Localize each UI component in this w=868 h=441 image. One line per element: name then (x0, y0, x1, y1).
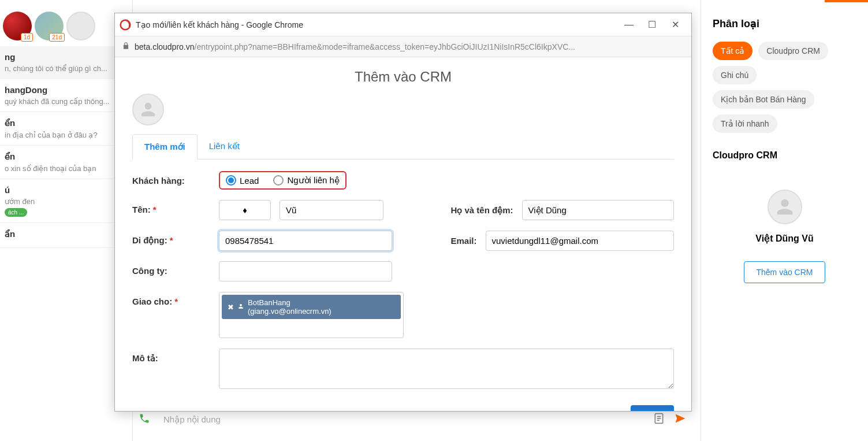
contact-name: Việt Dũng Vũ (713, 233, 856, 244)
send-icon[interactable] (673, 413, 687, 427)
chat-preview: n, chúng tôi có thể giúp gì ch... (5, 64, 128, 73)
chat-preview: in địa chỉ của bạn ở đâu ạ? (5, 131, 128, 139)
filter-chips: Tất cả Cloudpro CRM Ghi chú Kịch bản Bot… (713, 42, 856, 133)
chip-notes[interactable]: Ghi chú (713, 66, 757, 84)
chat-item[interactable]: ẩn (0, 223, 132, 248)
app-icon (120, 19, 131, 31)
chat-item[interactable]: ú ướm đen ách ... (0, 179, 132, 223)
salutation-select[interactable]: ♦ (219, 200, 271, 220)
maximize-button[interactable]: ☐ (640, 16, 664, 34)
tab-link[interactable]: Liên kết (198, 134, 251, 159)
content-area: Thêm vào CRM Thêm mới Liên kết Khách hàn… (115, 57, 691, 411)
chat-input[interactable]: Nhập nội dung (159, 410, 645, 429)
document-icon[interactable] (653, 412, 665, 428)
add-to-crm-button[interactable]: Thêm vào CRM (744, 261, 825, 283)
close-button[interactable]: ✕ (664, 16, 687, 34)
chrome-popup-window: Tạo mới/liên kết khách hàng - Google Chr… (114, 13, 692, 412)
mobile-label: Di động: * (132, 231, 207, 246)
chat-preview: quý khách đã cung cấp thông... (5, 97, 128, 106)
sort-icon: ♦ (243, 205, 247, 215)
email-label: Email: (451, 236, 477, 246)
chat-list-column: 1d 21d ng n, chúng tôi có thể giúp gì ch… (0, 0, 133, 441)
chip-all[interactable]: Tất cả (713, 42, 752, 60)
avatar-item[interactable]: 21d (35, 12, 64, 40)
chip-cloudpro[interactable]: Cloudpro CRM (758, 42, 828, 60)
first-name-input[interactable] (280, 200, 383, 220)
radio-lead[interactable]: Lead (226, 175, 259, 186)
lastname-label: Họ và tên đệm: (451, 205, 513, 216)
company-input[interactable] (219, 261, 392, 281)
remove-icon[interactable]: ✖ (228, 303, 234, 312)
chat-title: ển (5, 151, 128, 162)
chip-bot[interactable]: Kịch bản Bot Bán Hàng (713, 90, 814, 109)
assigned-chip[interactable]: ✖ BotBanHang(giang.vo@onlinecrm.vn) (222, 295, 401, 319)
section-header: Cloudpro CRM (713, 150, 856, 161)
chat-item[interactable]: ển o xin số điện thoại của bạn (0, 146, 132, 179)
avatar-row: 1d 21d (0, 0, 132, 46)
avatar (66, 12, 95, 40)
contact-avatar (768, 190, 802, 224)
window-title: Tạo mới/liên kết khách hàng - Google Chr… (136, 20, 617, 29)
radio-contact[interactable]: Người liên hệ (273, 175, 340, 186)
phone-icon[interactable] (139, 413, 150, 427)
customer-type-group: Lead Người liên hệ (219, 171, 347, 190)
radio-icon (226, 175, 236, 186)
description-label: Mô tả: (132, 349, 207, 364)
name-label: Tên: * (132, 200, 207, 214)
company-label: Công ty: (132, 261, 207, 276)
chat-input-row: Nhập nội dung (139, 410, 687, 429)
classification-title: Phân loại (713, 17, 856, 30)
description-input[interactable] (219, 349, 674, 389)
chat-title: ng (5, 52, 128, 62)
customer-type-label: Khách hàng: (132, 171, 207, 186)
email-input[interactable] (486, 231, 674, 251)
address-bar[interactable]: beta.cloudpro.vn/entrypoint.php?name=BBH… (115, 36, 691, 57)
chat-item[interactable]: ng n, chúng tôi có thể giúp gì ch... (0, 46, 132, 79)
chat-preview: o xin số điện thoại của bạn (5, 164, 128, 173)
chat-title: ển (5, 118, 128, 128)
url-path: /entrypoint.php?name=BBHIframe&mode=ifra… (195, 42, 575, 51)
chat-preview: ướm đen (5, 197, 128, 206)
chip-quick-reply[interactable]: Trả lời nhanh (713, 114, 777, 133)
radio-icon (273, 175, 284, 186)
chat-item[interactable]: ển in địa chỉ của bạn ở đâu ạ? (0, 112, 132, 146)
crm-form: Khách hàng: Lead Người liên hệ Tên: * ♦ … (132, 171, 674, 389)
last-name-input[interactable] (522, 200, 674, 220)
time-badge: 21d (49, 33, 65, 42)
page-title: Thêm vào CRM (132, 69, 674, 85)
chat-title: ú (5, 185, 128, 195)
mobile-input[interactable] (219, 231, 392, 251)
right-panel: Phân loại Tất cả Cloudpro CRM Ghi chú Kị… (701, 0, 868, 441)
url-host: beta.cloudpro.vn (135, 42, 195, 51)
window-titlebar: Tạo mới/liên kết khách hàng - Google Chr… (115, 13, 691, 36)
assigned-label: Giao cho: * (132, 292, 207, 306)
minimize-button[interactable]: — (617, 16, 640, 34)
avatar-item[interactable] (66, 12, 95, 40)
lock-icon (122, 42, 130, 51)
avatar-item[interactable]: 1d (3, 12, 32, 40)
tabs: Thêm mới Liên kết (132, 134, 674, 160)
window-controls: — ☐ ✕ (617, 16, 687, 34)
tag: ách ... (5, 208, 27, 217)
user-avatar (132, 94, 164, 125)
chat-title: hangDong (5, 85, 128, 95)
user-icon (237, 303, 244, 312)
chat-title: ẩn (5, 229, 128, 239)
save-button[interactable]: Lưu (631, 405, 674, 411)
time-badge: 1d (21, 33, 33, 42)
chat-item[interactable]: hangDong quý khách đã cung cấp thông... (0, 79, 132, 112)
assigned-to-box[interactable]: ✖ BotBanHang(giang.vo@onlinecrm.vn) (219, 292, 404, 338)
tab-new[interactable]: Thêm mới (132, 134, 198, 160)
